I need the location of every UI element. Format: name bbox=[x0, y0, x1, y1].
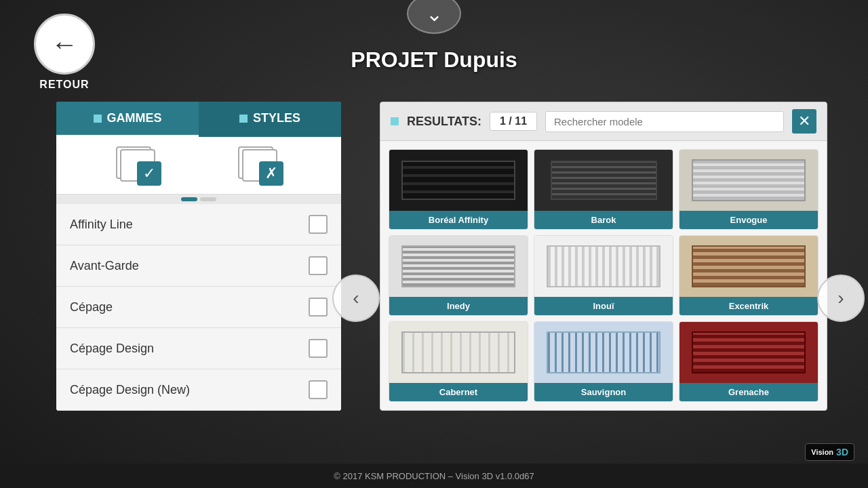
gate-image-grenache bbox=[679, 322, 818, 383]
gate-visual-excentrik bbox=[679, 236, 818, 297]
footer-text: © 2017 KSM PRODUCTION – Vision 3D v1.0.0… bbox=[334, 471, 534, 481]
filter-item-affinity[interactable]: Affinity Line bbox=[56, 204, 341, 245]
filter-checkbox-cepage[interactable] bbox=[309, 298, 328, 317]
tab-styles[interactable]: STYLES bbox=[199, 102, 341, 137]
gate-image-sauvignon bbox=[534, 322, 673, 383]
grid-item-cabernet[interactable]: Cabernet bbox=[389, 321, 528, 402]
close-button[interactable]: ✕ bbox=[792, 109, 816, 134]
gate-image-inedy bbox=[389, 236, 528, 297]
grid-item-sauvignon[interactable]: Sauvignon bbox=[534, 321, 673, 402]
filter-checkbox-affinity[interactable] bbox=[309, 215, 328, 234]
nav-prev-button[interactable]: ‹ bbox=[332, 274, 380, 322]
grid-item-envogue[interactable]: Envogue bbox=[679, 149, 818, 230]
back-circle: ← bbox=[34, 14, 95, 75]
results-count: 1 / 11 bbox=[490, 112, 537, 131]
gate-label-inoui: Inouï bbox=[534, 297, 673, 315]
gate-label-grenache: Grenache bbox=[679, 383, 818, 401]
back-button[interactable]: ← RETOUR bbox=[34, 14, 95, 91]
icon-action-area: ✓ ✗ bbox=[56, 137, 341, 195]
footer: © 2017 KSM PRODUCTION – Vision 3D v1.0.0… bbox=[0, 464, 868, 488]
results-icon bbox=[391, 117, 399, 125]
filter-checkbox-cepage-design[interactable] bbox=[309, 339, 328, 358]
filter-item-avantgarde[interactable]: Avant-Garde bbox=[56, 245, 341, 287]
search-input[interactable] bbox=[545, 111, 784, 132]
gate-image-inoui bbox=[534, 236, 673, 297]
gate-image-boreal bbox=[389, 150, 528, 211]
select-all-button[interactable]: ✓ bbox=[114, 145, 161, 186]
gate-label-inedy: Inedy bbox=[389, 297, 528, 315]
gate-label-excentrik: Excentrik bbox=[679, 297, 818, 315]
gate-image-cabernet bbox=[389, 322, 528, 383]
x-mark-icon: ✗ bbox=[259, 161, 283, 186]
results-panel: RESULTATS: 1 / 11 ✕ Boréal Affinity Baro… bbox=[380, 102, 827, 411]
left-panel: GAMMES STYLES ✓ ✗ Affinity Line Avant-Ga… bbox=[56, 102, 341, 411]
filter-label-cepage: Cépage bbox=[70, 300, 113, 314]
grid-item-boreal[interactable]: Boréal Affinity bbox=[389, 149, 528, 230]
gate-visual-inedy bbox=[389, 236, 528, 297]
grid-item-grenache[interactable]: Grenache bbox=[679, 321, 818, 402]
results-grid: Boréal Affinity Barok Envogue Inedy bbox=[380, 141, 827, 410]
scroll-indicator bbox=[56, 195, 341, 204]
scroll-dot-inactive bbox=[200, 197, 216, 201]
gate-visual-grenache bbox=[679, 322, 818, 383]
gate-image-envogue bbox=[679, 150, 818, 211]
project-title: PROJET Dupuis bbox=[351, 47, 517, 73]
tab-gammes[interactable]: GAMMES bbox=[56, 102, 199, 137]
gate-visual-sauvignon bbox=[534, 322, 673, 383]
gate-image-barok bbox=[534, 150, 673, 211]
styles-tab-label: STYLES bbox=[253, 111, 300, 125]
filter-list: Affinity Line Avant-Garde Cépage Cépage … bbox=[56, 204, 341, 411]
vision-badge: Vision 3D bbox=[805, 443, 854, 461]
results-label: RESULTATS: bbox=[407, 115, 481, 129]
gate-image-excentrik bbox=[679, 236, 818, 297]
filter-item-cepage-design[interactable]: Cépage Design bbox=[56, 328, 341, 369]
filter-label-cepage-design: Cépage Design bbox=[70, 342, 154, 356]
styles-tab-icon bbox=[239, 115, 248, 123]
back-label: RETOUR bbox=[39, 79, 89, 91]
filter-checkbox-cepage-design-new[interactable] bbox=[309, 380, 328, 399]
gate-visual-cabernet bbox=[389, 322, 528, 383]
filter-item-cepage[interactable]: Cépage bbox=[56, 287, 341, 328]
filter-label-avantgarde: Avant-Garde bbox=[70, 259, 139, 273]
gammes-tab-icon bbox=[94, 115, 102, 123]
gate-visual-inoui bbox=[534, 236, 673, 297]
panel-tabs: GAMMES STYLES bbox=[56, 102, 341, 137]
gate-label-boreal: Boréal Affinity bbox=[389, 211, 528, 229]
deselect-all-button[interactable]: ✗ bbox=[236, 145, 283, 186]
gate-visual-barok bbox=[534, 150, 673, 211]
vision-3d-text: 3D bbox=[836, 447, 848, 458]
check-mark-icon: ✓ bbox=[137, 161, 161, 186]
gammes-tab-label: GAMMES bbox=[107, 111, 162, 125]
grid-item-excentrik[interactable]: Excentrik bbox=[679, 235, 818, 316]
gate-visual-boreal bbox=[389, 150, 528, 211]
filter-label-affinity: Affinity Line bbox=[70, 218, 133, 232]
grid-item-inedy[interactable]: Inedy bbox=[389, 235, 528, 316]
nav-next-button[interactable]: › bbox=[817, 274, 865, 322]
filter-label-cepage-design-new: Cépage Design (New) bbox=[70, 383, 190, 397]
grid-item-inoui[interactable]: Inouï bbox=[534, 235, 673, 316]
gate-visual-envogue bbox=[679, 150, 818, 211]
gate-label-barok: Barok bbox=[534, 211, 673, 229]
vision-text: Vision bbox=[811, 448, 833, 456]
gate-label-cabernet: Cabernet bbox=[389, 383, 528, 401]
filter-item-cepage-design-new[interactable]: Cépage Design (New) bbox=[56, 369, 341, 411]
filter-checkbox-avantgarde[interactable] bbox=[309, 256, 328, 275]
results-header: RESULTATS: 1 / 11 ✕ bbox=[380, 102, 827, 141]
grid-item-barok[interactable]: Barok bbox=[534, 149, 673, 230]
gate-label-envogue: Envogue bbox=[679, 211, 818, 229]
gate-label-sauvignon: Sauvignon bbox=[534, 383, 673, 401]
scroll-dot-active bbox=[181, 197, 197, 201]
